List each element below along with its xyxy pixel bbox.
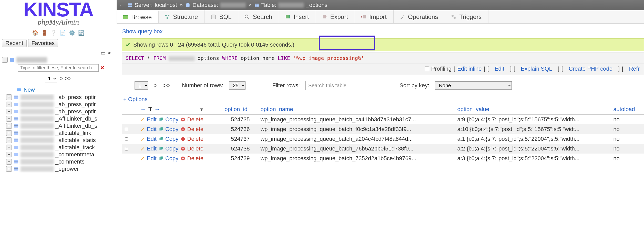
delete-row-button[interactable]: Delete [180,126,203,133]
delete-row-button[interactable]: Delete [180,136,203,142]
breadcrumb-table[interactable]: Table: _options [254,2,328,8]
tab-structure[interactable]: Structure [159,10,205,23]
exit-icon[interactable]: 🚪 [41,29,48,36]
sort-key-select[interactable]: None [435,81,512,90]
last-page-button[interactable]: >> [163,82,170,89]
delete-row-button[interactable]: Delete [180,145,203,152]
arrow-right-icon[interactable]: → [154,106,160,113]
expand-icon[interactable]: + [6,123,12,129]
edit-row-button[interactable]: Edit [140,155,157,162]
clear-filter-icon[interactable]: ✕ [100,65,105,71]
row-checkbox[interactable] [125,147,128,150]
row-checkbox[interactable] [125,137,128,141]
sort-indicator-header[interactable]: ▼ [195,104,222,115]
favorites-tab[interactable]: Favorites [28,39,58,47]
edit-link[interactable]: Edit [495,66,504,72]
expand-icon[interactable]: + [6,152,12,157]
tree-table-item[interactable]: +_ab_press_optir [6,94,117,101]
tab-import[interactable]: Import [355,10,394,23]
expand-icon[interactable]: + [6,109,12,114]
tree-table-item[interactable]: +_aflctable_track [6,144,117,151]
edit-row-button[interactable]: Edit [140,126,157,133]
show-query-box-link[interactable]: Show query box [122,28,163,35]
recent-tab[interactable]: Recent [2,39,27,47]
explain-sql-link[interactable]: Explain SQL [521,66,552,72]
edit-inline-link[interactable]: Edit inline [457,66,482,72]
tab-sql[interactable]: SQL [205,10,238,23]
t-icon[interactable]: T [148,106,152,113]
options-toggle-link[interactable]: + Options [123,96,148,102]
tree-table-item[interactable]: +_AffiLinker_db_s [6,122,117,129]
tab-browse[interactable]: Browse [117,10,159,23]
svg-rect-20 [14,138,18,142]
col-option-name[interactable]: option_name [257,104,454,115]
home-icon[interactable]: 🏠 [32,29,39,36]
page-next-button[interactable]: > >> [60,75,71,82]
svg-rect-32 [14,167,18,170]
profiling-checkbox[interactable] [425,67,429,71]
tab-insert[interactable]: Insert [279,10,316,23]
table-icon [13,116,19,122]
expand-icon[interactable]: + [6,166,12,172]
settings-icon[interactable]: ⚙️ [69,29,76,36]
db-tree-root[interactable]: − [0,57,117,63]
tree-table-item[interactable]: +_comments [6,158,117,165]
copy-row-button[interactable]: Copy [159,126,178,133]
link-icon[interactable]: ⚭ [107,50,111,56]
next-page-button[interactable]: > [154,82,158,89]
svg-rect-42 [123,15,128,16]
expand-icon[interactable]: + [6,102,12,107]
cell-option-name: wp_image_processing_queue_batch_7352d2a1… [257,154,454,163]
copy-row-button[interactable]: Copy [159,116,178,123]
tab-export[interactable]: Export [316,10,355,23]
minus-icon[interactable]: − [2,57,8,63]
copy-row-button[interactable]: Copy [159,136,178,142]
edit-row-button[interactable]: Edit [140,145,157,152]
num-rows-select[interactable]: 25 [229,81,246,90]
copy-row-button[interactable]: Copy [159,145,178,152]
expand-icon[interactable]: + [6,159,12,165]
tree-table-item[interactable]: +_aflctable_statis [6,137,117,144]
copy-row-button[interactable]: Copy [159,155,178,162]
delete-row-button[interactable]: Delete [180,116,203,123]
tree-table-item[interactable]: +_egrower [6,165,117,172]
tree-table-item[interactable]: +_commentmeta [6,151,117,158]
breadcrumb-server[interactable]: Server: localhost [127,2,177,8]
tree-table-item[interactable]: +_AffiLinker_db_s [6,115,117,122]
expand-icon[interactable]: + [6,94,12,100]
edit-row-button[interactable]: Edit [140,136,157,142]
expand-icon[interactable]: + [6,130,12,136]
col-autoload[interactable]: autoload [610,104,644,115]
arrow-left-icon[interactable]: ← [140,106,146,113]
help-icon[interactable]: ❔ [50,29,57,36]
reload-icon[interactable]: 🔄 [78,29,85,36]
row-checkbox[interactable] [125,128,128,131]
back-arrow-icon[interactable]: ← [119,2,125,8]
breadcrumb-database[interactable]: Database: [185,2,246,8]
tab-operations[interactable]: Operations [394,10,445,23]
svg-rect-26 [14,153,18,156]
tab-search[interactable]: Search [238,10,279,23]
col-option-value[interactable]: option_value [454,104,610,115]
page-select[interactable]: 1 [45,75,57,82]
create-php-link[interactable]: Create PHP code [569,66,612,72]
delete-row-button[interactable]: Delete [180,155,203,162]
tab-triggers[interactable]: Triggers [445,10,488,23]
tree-new-item[interactable]: New [6,86,117,94]
filter-rows-input[interactable] [305,81,394,90]
row-checkbox[interactable] [125,118,128,121]
expand-icon[interactable]: + [6,137,12,143]
edit-row-button[interactable]: Edit [140,116,157,123]
expand-icon[interactable]: + [6,116,12,122]
tree-table-item[interactable]: +_aflctable_link [6,129,117,137]
col-option-id[interactable]: option_id [221,104,257,115]
expand-icon[interactable]: + [6,145,12,150]
tree-table-item[interactable]: +_ab_press_optir [6,108,117,115]
row-checkbox[interactable] [125,157,128,160]
tree-filter-input[interactable] [18,64,99,72]
tree-table-item[interactable]: +_ab_press_optir [6,101,117,108]
refresh-link[interactable]: Refr [629,66,640,72]
docs-icon[interactable]: 📄 [60,29,66,36]
collapse-icon[interactable]: ▭ [101,50,106,56]
page-select[interactable]: 1 [135,81,148,90]
